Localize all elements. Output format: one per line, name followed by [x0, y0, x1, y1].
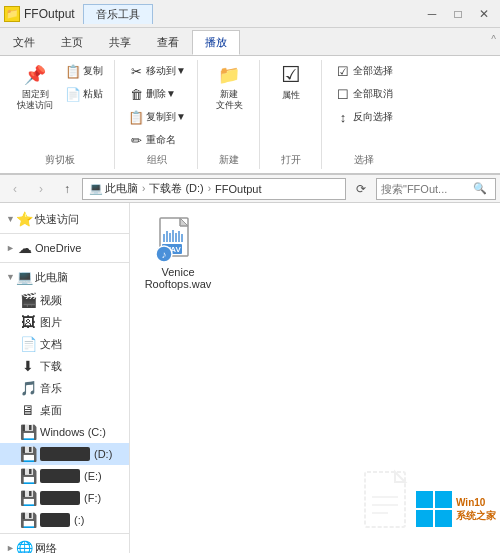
new-folder-button[interactable]: 📁 新建文件夹 — [211, 60, 248, 114]
pin-quick-access-button[interactable]: 📌 固定到快速访问 — [12, 60, 58, 114]
refresh-button[interactable]: ⟳ — [350, 178, 372, 200]
ribbon-group-clipboard: 📌 固定到快速访问 📋 复制 📄 粘贴 剪切板 — [6, 60, 115, 169]
pictures-label: 图片 — [40, 315, 62, 330]
sidebar-item-f-drive[interactable]: 💾 (F:) — [0, 487, 129, 509]
ribbon-group-new: 📁 新建文件夹 新建 — [200, 60, 260, 169]
paste-label: 粘贴 — [83, 87, 103, 101]
new-folder-label: 新建文件夹 — [216, 89, 243, 111]
file-item-wav[interactable]: WAV ♪ Venice Rooftops.wav — [138, 211, 218, 295]
rename-button[interactable]: ✏ 重命名 — [123, 129, 191, 151]
address-bar: ‹ › ↑ 💻 此电脑 › 下载卷 (D:) › FFOutput ⟳ 🔍 — [0, 175, 500, 203]
sidebar-item-e-drive[interactable]: 💾 (E:) — [0, 465, 129, 487]
properties-button[interactable]: ☑ 属性 — [273, 60, 309, 105]
watermark-text: Win10系统之家 — [456, 496, 496, 522]
sidebar-item-quick-access[interactable]: ▼ ⭐ 快速访问 — [0, 207, 129, 231]
title-bar: 📁 FFOutput 音乐工具 ─ □ ✕ — [0, 0, 500, 28]
maximize-button[interactable]: □ — [446, 4, 470, 24]
close-button[interactable]: ✕ — [472, 4, 496, 24]
copy-to-label: 复制到▼ — [146, 110, 186, 124]
quick-access-arrow: ▼ — [6, 214, 15, 224]
pc-icon: 💻 — [89, 182, 103, 195]
path-segment-pc: 💻 此电脑 — [89, 181, 138, 196]
sidebar-item-c-drive[interactable]: 💾 Windows (C:) — [0, 421, 129, 443]
select-buttons: ☑ 全部选择 ☐ 全部取消 ↕ 反向选择 — [330, 60, 398, 151]
tab-home[interactable]: 主页 — [48, 30, 96, 55]
invert-select-button[interactable]: ↕ 反向选择 — [330, 106, 398, 128]
copy-to-icon: 📋 — [128, 109, 144, 125]
invert-icon: ↕ — [335, 109, 351, 125]
up-button[interactable]: ↑ — [56, 178, 78, 200]
forward-button[interactable]: › — [30, 178, 52, 200]
address-path[interactable]: 💻 此电脑 › 下载卷 (D:) › FFOutput — [82, 178, 346, 200]
select-all-button[interactable]: ☑ 全部选择 — [330, 60, 398, 82]
sidebar-item-desktop[interactable]: 🖥 桌面 — [0, 399, 129, 421]
sidebar-item-music[interactable]: 🎵 音乐 — [0, 377, 129, 399]
sidebar-item-extra-drive[interactable]: 💾 (:) — [0, 509, 129, 531]
music-icon: 🎵 — [20, 380, 36, 396]
svg-rect-20 — [416, 491, 433, 508]
sidebar-item-network[interactable]: ► 🌐 网络 — [0, 536, 129, 553]
title-tab-music[interactable]: 音乐工具 — [83, 4, 153, 24]
move-label: 移动到▼ — [146, 64, 186, 78]
ribbon-group-organize: ✂ 移动到▼ 🗑 删除▼ 📋 复制到▼ ✏ 重命名 — [117, 60, 198, 169]
tab-file[interactable]: 文件 — [0, 30, 48, 55]
minimize-button[interactable]: ─ — [420, 4, 444, 24]
move-to-button[interactable]: ✂ 移动到▼ — [123, 60, 191, 82]
ribbon-group-select: ☑ 全部选择 ☐ 全部取消 ↕ 反向选择 选择 — [324, 60, 404, 169]
divider-3 — [0, 533, 129, 534]
organize-col: ✂ 移动到▼ 🗑 删除▼ 📋 复制到▼ ✏ 重命名 — [123, 60, 191, 151]
svg-rect-22 — [416, 510, 433, 527]
onedrive-arrow: ► — [6, 243, 15, 253]
new-folder-icon: 📁 — [217, 63, 241, 87]
f-drive-icon: 💾 — [20, 490, 36, 506]
ribbon-collapse[interactable]: ^ — [487, 30, 500, 55]
onedrive-label: OneDrive — [35, 242, 81, 254]
sidebar-item-this-pc[interactable]: ▼ 💻 此电脑 — [0, 265, 129, 289]
window-controls: ─ □ ✕ — [420, 4, 496, 24]
quick-access-label: 快速访问 — [35, 212, 79, 227]
app-icon: 📁 — [4, 6, 20, 22]
file-icon-svg: WAV ♪ — [154, 216, 202, 264]
file-name-label: Venice Rooftops.wav — [143, 266, 213, 290]
sidebar-item-documents[interactable]: 📄 文档 — [0, 333, 129, 355]
pc-label: 此电脑 — [105, 181, 138, 196]
decorative-svg — [360, 467, 420, 537]
tab-play[interactable]: 播放 — [192, 30, 240, 55]
new-label: 新建 — [219, 153, 239, 169]
e-drive-letter: (E:) — [84, 470, 102, 482]
delete-button[interactable]: 🗑 删除▼ — [123, 83, 191, 105]
sidebar: ▼ ⭐ 快速访问 ► ☁ OneDrive ▼ 💻 此电脑 🎬 视频 🖼 图片 … — [0, 203, 130, 553]
tab-view[interactable]: 查看 — [144, 30, 192, 55]
back-button[interactable]: ‹ — [4, 178, 26, 200]
sidebar-item-onedrive[interactable]: ► ☁ OneDrive — [0, 236, 129, 260]
open-label: 打开 — [281, 153, 301, 169]
search-input[interactable] — [381, 183, 471, 195]
copy-to-button[interactable]: 📋 复制到▼ — [123, 106, 191, 128]
network-arrow: ► — [6, 543, 15, 553]
sidebar-item-downloads[interactable]: ⬇ 下载 — [0, 355, 129, 377]
open-buttons: ☑ 属性 — [273, 60, 309, 151]
deselect-all-button[interactable]: ☐ 全部取消 — [330, 83, 398, 105]
search-box: 🔍 — [376, 178, 496, 200]
ribbon-content: 📌 固定到快速访问 📋 复制 📄 粘贴 剪切板 — [0, 56, 500, 174]
new-buttons: 📁 新建文件夹 — [211, 60, 248, 151]
f-drive-letter: (F:) — [84, 492, 101, 504]
sidebar-item-d-drive[interactable]: 💾 (D:) — [0, 443, 129, 465]
extra-drive-letter: (:) — [74, 514, 84, 526]
svg-text:♪: ♪ — [162, 249, 167, 260]
title-bar-left: 📁 FFOutput 音乐工具 — [4, 4, 420, 24]
sidebar-item-pictures[interactable]: 🖼 图片 — [0, 311, 129, 333]
d-drive-label — [40, 447, 90, 461]
e-drive-label — [40, 469, 80, 483]
copy-button[interactable]: 📋 复制 — [60, 60, 108, 82]
decorative-icon — [360, 467, 420, 548]
sidebar-item-video[interactable]: 🎬 视频 — [0, 289, 129, 311]
organize-buttons: ✂ 移动到▼ 🗑 删除▼ 📋 复制到▼ ✏ 重命名 — [123, 60, 191, 151]
tab-share[interactable]: 共享 — [96, 30, 144, 55]
path-segment-ffoutput: FFOutput — [215, 183, 261, 195]
pin-icon: 📌 — [23, 63, 47, 87]
deselect-icon: ☐ — [335, 86, 351, 102]
d-drive-icon: 💾 — [20, 446, 36, 462]
quick-access-icon: ⭐ — [17, 211, 33, 227]
paste-button[interactable]: 📄 粘贴 — [60, 83, 108, 105]
